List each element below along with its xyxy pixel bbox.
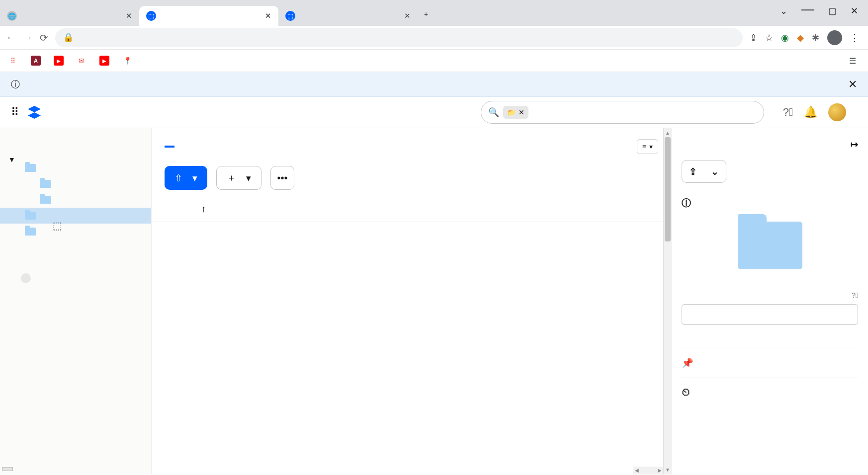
- sidebar: ▲▼: [0, 128, 152, 475]
- more-actions-button[interactable]: •••: [270, 166, 294, 190]
- app-launcher-icon[interactable]: ⠿: [11, 106, 19, 119]
- sidebar-deleted[interactable]: [0, 308, 151, 318]
- sidebar-home[interactable]: [0, 140, 151, 150]
- horizontal-scrollbar[interactable]: [633, 467, 663, 475]
- crumb-current[interactable]: [171, 146, 174, 148]
- search-bar[interactable]: 🔍 📁 ✕: [481, 101, 764, 124]
- close-icon[interactable]: ✕: [265, 11, 271, 20]
- window-close-icon[interactable]: ✕: [851, 5, 858, 21]
- maximize-icon[interactable]: ▢: [828, 5, 837, 21]
- create-button[interactable]: ＋▾: [216, 166, 261, 190]
- close-icon[interactable]: ✕: [126, 11, 132, 20]
- bookmark-apps[interactable]: ⠿: [8, 56, 21, 66]
- chevron-down-icon: ⌄: [711, 166, 719, 177]
- tag-input[interactable]: [682, 304, 858, 325]
- folder-icon: [25, 164, 36, 172]
- tree-item-dataview-output[interactable]: [0, 224, 151, 239]
- dropbox-icon: ⬚: [146, 11, 156, 21]
- tree-item-workflows[interactable]: [0, 192, 151, 208]
- bookmark-youtube[interactable]: ▶: [99, 56, 112, 66]
- bookmark-academica[interactable]: A: [31, 56, 44, 66]
- chevron-down-icon: ▾: [649, 143, 653, 151]
- globe-icon: 🌐: [7, 11, 17, 21]
- browser-toolbar: ← → ⟳ 🔒 ⇪ ☆ ◉ ◆ ✱ ⋮: [0, 26, 868, 50]
- vertical-scrollbar[interactable]: ▲ ▼: [663, 128, 671, 475]
- help-icon[interactable]: ?⃝: [783, 106, 793, 119]
- tree-item-tasks[interactable]: [0, 176, 151, 192]
- sidebar-file-requests[interactable]: [0, 298, 151, 308]
- folder-icon: [25, 228, 36, 236]
- bookmark-maps[interactable]: 📍: [122, 56, 135, 66]
- col-name[interactable]: ↑: [165, 204, 423, 215]
- tree-item-dataview-input[interactable]: [0, 208, 151, 224]
- academica-icon: A: [31, 56, 41, 66]
- collapse-panel-icon[interactable]: ↦: [851, 139, 858, 150]
- account-avatar[interactable]: [828, 103, 846, 121]
- kebab-menu-icon[interactable]: ⋮: [850, 32, 859, 43]
- forward-button[interactable]: →: [23, 32, 33, 43]
- scroll-thumb[interactable]: [665, 137, 671, 241]
- reading-list-button[interactable]: ☰: [849, 56, 860, 66]
- chevron-down-icon: ▾: [192, 172, 197, 184]
- tags-visibility-link[interactable]: ?⃝: [850, 291, 858, 299]
- sidebar-shared[interactable]: [0, 288, 151, 298]
- search-input[interactable]: [528, 107, 761, 118]
- bookmark-gmail[interactable]: ✉: [77, 56, 89, 66]
- new-tab-button[interactable]: ＋: [418, 6, 434, 23]
- browser-tab[interactable]: ⬚ ✕: [278, 6, 418, 26]
- extension-icon[interactable]: ◆: [797, 32, 804, 43]
- view-toggle[interactable]: ≡▾: [637, 139, 658, 154]
- minimize-icon[interactable]: —: [801, 1, 814, 17]
- share-button[interactable]: ⇪⌄: [682, 160, 726, 183]
- search-icon[interactable]: 🔍: [484, 103, 503, 122]
- activity-icon: ⏲: [682, 387, 691, 398]
- bookmark-youtube[interactable]: ▶: [54, 56, 67, 66]
- breadcrumb: ≡▾: [152, 128, 671, 154]
- profile-avatar[interactable]: [827, 30, 842, 45]
- pinned-items-section[interactable]: 📌: [682, 348, 858, 369]
- upgrade-banner: ⓘ ✕: [0, 72, 868, 97]
- close-icon[interactable]: ✕: [519, 108, 524, 116]
- gmail-icon: ✉: [77, 56, 87, 66]
- dropbox-icon: ⬚: [285, 11, 295, 21]
- sidebar-starred[interactable]: [0, 256, 151, 266]
- close-icon[interactable]: ✕: [848, 78, 857, 91]
- tags-header: ?⃝: [682, 291, 858, 299]
- folder-preview-icon: [738, 222, 802, 269]
- crumb-root[interactable]: [165, 146, 169, 148]
- bell-icon[interactable]: 🔔: [804, 106, 817, 119]
- col-access[interactable]: [527, 204, 658, 215]
- share-icon[interactable]: ⇪: [750, 32, 757, 43]
- maps-icon: 📍: [122, 56, 132, 66]
- search-filter-chip[interactable]: 📁 ✕: [503, 106, 528, 119]
- activity-section[interactable]: ⏲: [682, 378, 858, 398]
- tree-item-dataview[interactable]: [0, 160, 151, 176]
- bookmarks-bar: ⠿ A ▶ ✉ ▶ 📍 ☰: [0, 50, 868, 72]
- folder-icon: [40, 180, 51, 188]
- app-header: ⠿ 🔍 📁 ✕ ?⃝ 🔔: [0, 97, 868, 128]
- header-icons: ?⃝ 🔔: [783, 103, 857, 121]
- youtube-icon: ▶: [54, 56, 64, 66]
- browser-tab[interactable]: 🌐 ✕: [0, 6, 139, 26]
- close-icon[interactable]: ✕: [404, 11, 411, 20]
- extension-icon[interactable]: ◉: [781, 32, 789, 43]
- sidebar-photos[interactable]: [0, 266, 151, 288]
- browser-tab-active[interactable]: ⬚ ✕: [139, 6, 278, 26]
- info-section-header[interactable]: ⓘ: [682, 197, 858, 210]
- reload-button[interactable]: ⟳: [40, 32, 48, 44]
- sort-asc-icon: ↑: [201, 204, 206, 215]
- apps-icon: ⠿: [8, 56, 18, 66]
- tab-search-icon[interactable]: ⌄: [780, 5, 787, 21]
- col-modified[interactable]: [423, 204, 527, 215]
- sidebar-all-files[interactable]: [0, 150, 151, 160]
- dropbox-glyph-icon: [28, 106, 41, 119]
- upload-button[interactable]: ⇧▾: [165, 166, 207, 190]
- sidebar-recents[interactable]: [0, 246, 151, 256]
- address-bar[interactable]: 🔒: [55, 28, 743, 47]
- back-button[interactable]: ←: [6, 32, 16, 43]
- bookmark-star-icon[interactable]: ☆: [765, 32, 773, 43]
- new-badge: [21, 273, 31, 283]
- dropbox-logo[interactable]: [28, 106, 45, 119]
- extensions-icon[interactable]: ✱: [812, 32, 819, 43]
- list-icon: ☰: [849, 56, 856, 66]
